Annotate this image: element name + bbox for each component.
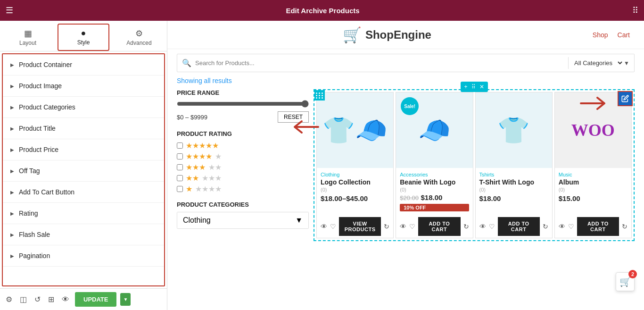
menu-item-product-title[interactable]: ▶ Product Title bbox=[3, 118, 164, 139]
refresh-button[interactable]: ↻ bbox=[384, 223, 389, 230]
menu-item-product-price[interactable]: ▶ Product Price bbox=[3, 139, 164, 160]
product-actions: 👁 ♡ ADD TO CART ↻ bbox=[476, 215, 552, 238]
rating-4-label[interactable]: ★★★★★ bbox=[177, 152, 309, 161]
menu-item-flash-sale[interactable]: ▶ Flash Sale bbox=[3, 224, 164, 245]
menu-item-product-container[interactable]: ▶ Product Container bbox=[3, 54, 164, 75]
wishlist-button[interactable]: ♡ bbox=[568, 223, 574, 230]
rating-2-checkbox[interactable] bbox=[177, 175, 183, 181]
menu-item-add-to-cart[interactable]: ▶ Add To Cart Button bbox=[3, 182, 164, 203]
price-row: $20.00 $18.00 bbox=[400, 193, 469, 202]
arrow-icon: ▶ bbox=[10, 211, 14, 216]
history-button[interactable]: ↺ bbox=[33, 293, 42, 306]
grid-icon[interactable]: ⠿ bbox=[632, 5, 638, 16]
preview-button[interactable]: 👁 bbox=[60, 293, 71, 306]
update-dropdown-button[interactable]: ▼ bbox=[120, 293, 131, 306]
add-to-cart-button[interactable]: ADD TO CART bbox=[577, 217, 619, 236]
refresh-button[interactable]: ↻ bbox=[622, 223, 627, 230]
add-to-cart-button[interactable]: ADD TO CART bbox=[418, 217, 460, 236]
chevron-down-icon: ▼ bbox=[295, 216, 303, 225]
product-category: Tshirts bbox=[479, 172, 548, 177]
responsive-button[interactable]: ⊞ bbox=[46, 293, 56, 306]
header-nav: Shop Cart bbox=[593, 31, 630, 39]
rating-5-label[interactable]: ★★★★★ bbox=[177, 141, 309, 150]
main-layout: ▦ Layout ● Style ⚙ Advanced ▶ Product Co… bbox=[0, 21, 644, 310]
tab-layout[interactable]: ▦ Layout bbox=[2, 24, 54, 51]
category-select[interactable]: All Categories bbox=[568, 57, 624, 69]
products-grid: 👕🧢 Clothing Logo Collection (0) $18.00–$… bbox=[314, 89, 635, 241]
arrow-icon: ▶ bbox=[10, 168, 14, 174]
rating-3-label[interactable]: ★★★★★ bbox=[177, 163, 309, 172]
view-icon-button[interactable]: 👁 bbox=[479, 223, 486, 230]
off-badge: 10% OFF bbox=[400, 204, 469, 211]
hamburger-icon[interactable]: ☰ bbox=[6, 5, 13, 16]
product-categories-section: PRODUCT CATEGORIES Clothing ▼ bbox=[177, 201, 309, 229]
product-categories-title: PRODUCT CATEGORIES bbox=[177, 201, 309, 208]
product-actions: 👁 ♡ ADD TO CART ↻ bbox=[555, 215, 631, 238]
product-title: Beanie With Logo bbox=[400, 178, 469, 186]
logo-area: 🛒 ShopEngine bbox=[182, 26, 593, 44]
settings-button[interactable]: ⚙ bbox=[4, 293, 14, 306]
menu-item-off-tag[interactable]: ▶ Off Tag bbox=[3, 160, 164, 182]
product-price: $18.00 bbox=[479, 194, 548, 202]
menu-item-product-image[interactable]: ▶ Product Image bbox=[3, 75, 164, 97]
update-button[interactable]: UPDATE bbox=[75, 292, 116, 307]
rating-1-label[interactable]: ★★★★★ bbox=[177, 184, 309, 193]
refresh-button[interactable]: ↻ bbox=[463, 223, 469, 230]
menu-item-rating[interactable]: ▶ Rating bbox=[3, 203, 164, 224]
price-range-title: PRICE RANGE bbox=[177, 89, 309, 96]
product-info: Tshirts T-Shirt With Logo (0) $18.00 bbox=[476, 168, 552, 215]
tab-bar: ▦ Layout ● Style ⚙ Advanced bbox=[0, 21, 167, 51]
refresh-button[interactable]: ↻ bbox=[543, 223, 548, 230]
rating-5-checkbox[interactable] bbox=[177, 142, 183, 149]
view-icon-button[interactable]: 👁 bbox=[400, 223, 406, 230]
left-panel: ▦ Layout ● Style ⚙ Advanced ▶ Product Co… bbox=[0, 21, 167, 310]
price-range-slider[interactable] bbox=[177, 100, 309, 108]
menu-item-product-categories[interactable]: ▶ Product Categories bbox=[3, 97, 164, 118]
wishlist-button[interactable]: ♡ bbox=[489, 223, 495, 230]
nav-cart[interactable]: Cart bbox=[618, 31, 630, 39]
product-card: WOO Music Album (0) $15.00 👁 ♡ bbox=[554, 92, 632, 238]
tab-advanced[interactable]: ⚙ Advanced bbox=[113, 24, 165, 51]
grid-close-button[interactable]: ✕ bbox=[479, 83, 485, 91]
rating-4-checkbox[interactable] bbox=[177, 153, 183, 159]
categories-dropdown-item[interactable]: Clothing ▼ bbox=[177, 212, 308, 228]
wishlist-button[interactable]: ♡ bbox=[330, 223, 336, 230]
logo-text: ShopEngine bbox=[365, 28, 431, 42]
top-bar-title: Edit Archive Products bbox=[19, 7, 627, 15]
view-icon-button[interactable]: 👁 bbox=[559, 223, 565, 230]
grid-move-button[interactable]: ⠿ bbox=[471, 83, 477, 91]
product-rating: (0) bbox=[321, 187, 389, 193]
advanced-icon: ⚙ bbox=[135, 28, 143, 39]
filter-sidebar: PRICE RANGE $0 – $9999 RESET PRODUCT RAT… bbox=[177, 89, 309, 241]
grid-add-button[interactable]: + bbox=[463, 83, 468, 91]
search-bar: 🔍 All Categories ▼ bbox=[177, 54, 635, 72]
products-grid-area: + ⠿ ✕ bbox=[314, 89, 635, 241]
menu-item-pagination[interactable]: ▶ Pagination bbox=[3, 245, 164, 267]
grid-drag-handle[interactable] bbox=[314, 90, 325, 101]
product-image: 👕🧢 bbox=[317, 92, 393, 168]
reset-button[interactable]: RESET bbox=[278, 111, 309, 123]
product-price: $15.00 bbox=[559, 194, 627, 202]
cart-badge[interactable]: 2 🛒 bbox=[616, 272, 635, 291]
product-emoji: WOO bbox=[571, 120, 615, 140]
rating-2-label[interactable]: ★★★★★ bbox=[177, 174, 309, 183]
content-area: 🔍 All Categories ▼ Showing all results P… bbox=[167, 49, 644, 310]
product-title: Album bbox=[559, 178, 627, 186]
nav-shop[interactable]: Shop bbox=[593, 31, 608, 39]
search-input[interactable] bbox=[195, 59, 568, 67]
view-products-button[interactable]: VIEW PRODUCTS bbox=[339, 217, 381, 236]
add-to-cart-button[interactable]: ADD TO CART bbox=[498, 217, 540, 236]
product-old-price: $20.00 bbox=[400, 194, 419, 201]
grid-edit-button[interactable] bbox=[618, 91, 633, 106]
rating-options: ★★★★★ ★★★★★ ★★★★★ ★★★★★ ★★★★★ bbox=[177, 141, 309, 193]
product-actions: 👁 ♡ ADD TO CART ↻ bbox=[396, 215, 472, 238]
product-price: $18.00–$45.00 bbox=[321, 194, 389, 202]
arrow-icon: ▶ bbox=[10, 147, 14, 152]
rating-3-checkbox[interactable] bbox=[177, 164, 183, 170]
tab-style[interactable]: ● Style bbox=[58, 24, 109, 51]
arrow-icon: ▶ bbox=[10, 105, 14, 110]
rating-1-checkbox[interactable] bbox=[177, 186, 183, 192]
view-icon-button[interactable]: 👁 bbox=[321, 223, 327, 230]
wishlist-button[interactable]: ♡ bbox=[409, 223, 415, 230]
layers-button[interactable]: ◫ bbox=[18, 293, 29, 306]
